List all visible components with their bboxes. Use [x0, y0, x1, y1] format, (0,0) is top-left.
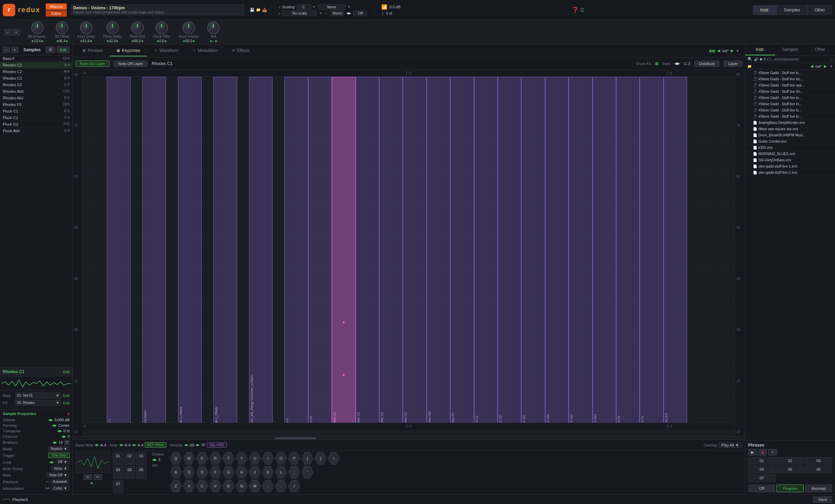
playback-dropdown[interactable]: Autoseek [50, 479, 70, 484]
beatsync-arrows[interactable]: ◀▶ [52, 441, 57, 444]
phrase-grid-btn[interactable]: 01 [113, 452, 123, 465]
export-icon[interactable]: 📤 [262, 8, 267, 12]
scale-mode-arrow[interactable]: ▼ [319, 11, 322, 15]
note-bar[interactable]: Rhodes C2 [356, 77, 379, 429]
macros-button[interactable]: Macros [46, 3, 66, 10]
octave-arrows[interactable]: ◀▶ [152, 458, 157, 461]
loop-dropdown[interactable]: Off ▼ [55, 459, 70, 465]
keyboard-key[interactable]: ] [314, 452, 327, 465]
phrase-number-btn[interactable]: 04 [748, 466, 775, 473]
samples-list-btn[interactable]: ☰ [46, 46, 55, 53]
save-btn[interactable]: Save [813, 496, 832, 503]
note-bar[interactable]: Heavy loop4 [142, 77, 166, 429]
scaling-dropdown-arrow[interactable]: ▼ [313, 5, 316, 9]
mod-dropdown[interactable]: 01: Set 01 ▼ [15, 393, 61, 398]
expand-btn[interactable]: + [12, 29, 19, 35]
list-item[interactable]: 🎵 #Steve Gadd - Stuff live ki... [745, 70, 835, 76]
oct-arrow-left[interactable]: ◀ [90, 481, 92, 485]
knob-arrow-right[interactable]: ▶ [193, 39, 195, 43]
keyboard-key[interactable]: E [196, 452, 208, 465]
keyboard-key[interactable]: G [222, 466, 235, 478]
keyboard-key[interactable]: F [209, 466, 222, 478]
knob-arrow-right[interactable]: ▶ [42, 39, 44, 43]
note-bar[interactable]: Pluck F0 [616, 77, 640, 429]
volume-arrows[interactable]: ◀▶ [48, 418, 53, 422]
keyboard-key[interactable]: V [209, 480, 222, 492]
keyboard-key[interactable]: , [262, 480, 274, 492]
off-value[interactable]: Off [353, 10, 367, 16]
list-item[interactable]: Bass-F G#4 [0, 55, 72, 62]
right-tab-other[interactable]: Other [805, 44, 835, 55]
knob-arrow-left[interactable]: ◀ [183, 39, 185, 43]
note-arrows1[interactable]: ◀▶ [119, 443, 123, 447]
keyboard-key[interactable]: . [275, 480, 287, 492]
knob[interactable] [80, 21, 92, 34]
mod-edit-btn[interactable]: Edit [63, 394, 70, 398]
keyboard-key[interactable]: U [249, 452, 261, 465]
right-tab-samples[interactable]: Samples [775, 44, 805, 55]
knob-arrow-left[interactable]: ◀ [131, 39, 133, 43]
keyboard-key[interactable]: B [222, 480, 235, 492]
right-tab-instr[interactable]: Instr. [745, 44, 775, 55]
preset-left-arrow[interactable]: ◀ [810, 64, 813, 69]
note-arrows2[interactable]: ◀▶ [132, 443, 136, 447]
keyboard-key[interactable]: D [196, 466, 208, 478]
beatsync-t-btn[interactable]: T [64, 440, 70, 445]
keyboard-key[interactable]: X [183, 480, 195, 492]
help-icon[interactable]: ❓ [572, 7, 579, 13]
knob-arrow-left[interactable]: ◀ [210, 39, 212, 43]
list-item[interactable]: 📄 Guitar Combo.xrni [745, 138, 835, 145]
fx-dropdown[interactable]: 05: Rhodes ▼ [15, 400, 61, 406]
samples-minus[interactable]: − [3, 47, 10, 53]
keyboard-key[interactable]: K [262, 466, 274, 478]
folder-icon[interactable]: 📁 [256, 8, 261, 12]
phrase-number-btn[interactable]: 07 [748, 474, 775, 482]
note-bar[interactable]: Pluck C1 [474, 77, 498, 429]
note-bar[interactable]: Rhodes G2 [403, 77, 426, 429]
list-item[interactable]: 🎵 #Steve Gadd - Stuff live to... [745, 101, 835, 107]
search-box[interactable]: None [318, 4, 346, 10]
keyboard-key[interactable]: ; [288, 466, 301, 478]
note-bar[interactable]: Rhodes C3 [379, 77, 403, 429]
list-item[interactable]: 📄 AnalogBass-DeepWonder.xrni [745, 120, 835, 126]
piano-scrollbar[interactable] [73, 436, 745, 439]
sample-props-close[interactable]: ● [67, 412, 70, 416]
phrase-grid-btn[interactable]: 07 [113, 480, 123, 493]
knob-arrow-left[interactable]: ◀ [80, 39, 82, 43]
key-pitch-tag[interactable]: KEY+Pitch [145, 442, 166, 448]
keyboard-key[interactable]: Z [170, 480, 182, 492]
collapse-btn[interactable]: − [4, 29, 11, 35]
list-item[interactable]: Rhodes C3 B-4 [0, 75, 72, 82]
phrase-number-btn[interactable]: 06 [805, 466, 832, 473]
list-item[interactable]: 🎵 #Steve Gadd - Stuff live ope... [745, 82, 835, 89]
phrase-grid-btn[interactable]: 02 [124, 452, 135, 465]
note-bar[interactable]: Bass-C [284, 77, 308, 429]
list-item[interactable]: Rhodes C2 A#4 [0, 69, 72, 75]
note-bar[interactable]: Pluck Ab1 [569, 77, 592, 429]
keyboard-key[interactable]: I [262, 452, 274, 465]
knob-arrow-right[interactable]: ▶ [215, 39, 217, 43]
phrase-grid-btn[interactable]: 06 [136, 466, 146, 479]
knob[interactable] [156, 21, 168, 34]
phrase-grid-btn[interactable]: 05 [124, 466, 135, 479]
note-bar[interactable]: Pluck G2 [521, 77, 545, 429]
keyboard-key[interactable]: S [183, 466, 195, 478]
phrase-number-btn[interactable]: 01 [748, 457, 775, 465]
program-btn[interactable]: Program [776, 485, 803, 492]
note-bar[interactable]: SM101_brk_Bangy Drummer_110bpm [249, 77, 273, 429]
search-dropdown-arrow[interactable]: ▼ [348, 5, 351, 9]
note-bar[interactable]: Pluck Ab0 [545, 77, 569, 429]
keyboard-key[interactable]: N [236, 480, 248, 492]
loop-arrows[interactable]: ◀▶ [49, 460, 54, 464]
keyboard-key[interactable]: [ [301, 452, 314, 465]
nna-dropdown[interactable]: Note-Off ▼ [47, 472, 70, 478]
center-tab-phrases[interactable]: ▦ Phrases [75, 45, 110, 56]
keyboard-key[interactable]: Y [236, 452, 248, 465]
knob[interactable] [56, 21, 68, 34]
list-item[interactable]: 📄 MORNING_BLUES.xrni [745, 151, 835, 157]
keyboard-key[interactable]: A [170, 466, 182, 478]
keyboard-key[interactable]: \ [328, 452, 340, 465]
fx-edit-btn[interactable]: Edit [63, 401, 70, 405]
note-bar[interactable]: Bass-Ab [308, 77, 332, 429]
keyboard-key[interactable]: H [236, 466, 248, 478]
